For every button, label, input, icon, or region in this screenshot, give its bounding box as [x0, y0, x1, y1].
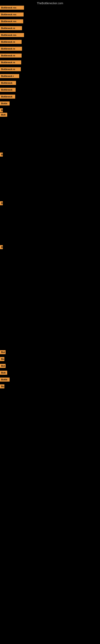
list-item[interactable]: Bo — [0, 357, 4, 361]
list-item[interactable]: B — [0, 245, 3, 249]
list-item[interactable]: B — [0, 108, 3, 112]
list-item[interactable]: Bottleneck re — [0, 40, 22, 44]
list-item[interactable]: Bottleneck re — [0, 54, 22, 58]
list-item[interactable]: Bottleneck re — [0, 67, 21, 71]
list-item[interactable]: Bot — [0, 364, 6, 368]
list-item[interactable]: B — [0, 152, 3, 156]
list-item[interactable]: Bot — [0, 350, 6, 354]
list-item[interactable]: Bott — [0, 371, 7, 375]
list-item[interactable]: Bottle — [0, 102, 10, 106]
list-item[interactable]: Bottleneck — [0, 81, 16, 85]
list-item[interactable]: Bottleneck res — [0, 12, 24, 16]
list-item[interactable]: B — [0, 201, 3, 205]
list-item[interactable]: Bottleneck re — [0, 47, 22, 51]
list-item[interactable]: Bottleneck re — [0, 60, 21, 64]
list-item[interactable]: Bottleneck res — [0, 19, 23, 23]
list-item[interactable]: Bottleneck r — [0, 74, 19, 78]
list-item[interactable]: Bottleneck — [0, 94, 15, 98]
list-item[interactable]: Bottleneck — [0, 88, 16, 92]
list-item[interactable]: Bo — [0, 384, 4, 388]
list-item[interactable]: Bottle — [0, 378, 10, 382]
list-item[interactable]: Bottleneck res — [0, 33, 24, 37]
list-item[interactable]: Bottleneck res — [0, 6, 24, 10]
list-item[interactable]: Bottleneck re — [0, 26, 22, 30]
list-item[interactable]: Bott — [0, 113, 7, 117]
